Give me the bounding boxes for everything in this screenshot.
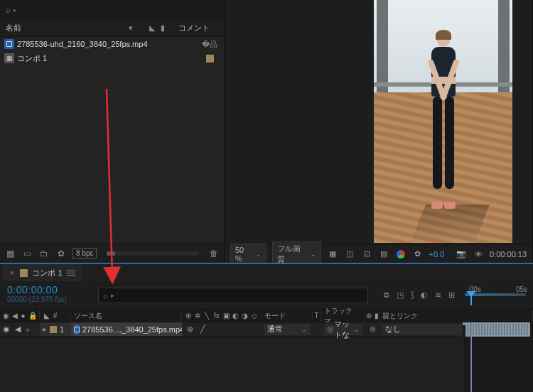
track-matte-select[interactable]: ◎ マットな ⌄: [324, 324, 362, 335]
blend-mode-select[interactable]: 通常 ⌄: [264, 324, 310, 335]
column-comment[interactable]: コメント: [178, 23, 224, 33]
channel-icon[interactable]: [395, 249, 407, 260]
panel-menu-icon[interactable]: [67, 271, 75, 276]
project-footer: ▦ ▭ 🗀 ✿ 8 bpc 🗑: [0, 243, 224, 263]
preview-frame[interactable]: [374, 0, 512, 243]
timeline-header: 0:00:00:00 00000 (23.976 fps) ⌕ ▸ ⧉ ◳ ⟆ …: [0, 281, 533, 310]
zoom-select[interactable]: 50 % ⌄: [230, 244, 266, 265]
playhead-line[interactable]: [471, 322, 472, 392]
layer-quality-icon[interactable]: ╱: [199, 325, 208, 334]
shy-icon[interactable]: ⟆: [411, 290, 414, 300]
label-icon[interactable]: ▮: [161, 23, 165, 33]
project-search[interactable]: ⌕ ▸: [0, 0, 224, 20]
switch-adjust-icon: ◑: [242, 312, 248, 320]
bpc-toggle[interactable]: 8 bpc: [72, 248, 97, 258]
label-column-icon[interactable]: ◣: [43, 312, 50, 320]
lock-column-icon[interactable]: 🔒: [28, 312, 36, 320]
composition-icon: ▦: [4, 53, 14, 63]
column-name[interactable]: 名前: [0, 23, 129, 33]
pickwhip-icon[interactable]: ⊚: [370, 325, 376, 334]
layer-shy-icon[interactable]: ⊕: [186, 325, 195, 334]
timeline-tab-label: コンポ 1: [32, 268, 62, 278]
timeline-ruler[interactable]: :00s 05s: [462, 281, 533, 309]
switch-shy-icon: ⊕: [185, 312, 191, 320]
project-columns-header: 名前 ▾ ◣ ▮ コメント: [0, 20, 224, 37]
solo-column-icon[interactable]: ●: [21, 312, 26, 320]
transparency-grid-icon[interactable]: ▦: [327, 249, 338, 260]
exposure-value[interactable]: +0.0: [429, 250, 445, 258]
snapshot-icon[interactable]: 📷: [456, 249, 467, 260]
switch-motionblur-icon: ◐: [232, 312, 239, 320]
chevron-down-icon: ⌄: [256, 251, 262, 258]
layer-clip[interactable]: [465, 322, 530, 337]
project-panel: ⌕ ▸ 名前 ▾ ◣ ▮ コメント 2785536-uhd_2160_3840_…: [0, 0, 225, 263]
column-mode[interactable]: モード: [262, 310, 313, 322]
trash-icon[interactable]: 🗑: [208, 248, 220, 259]
label-swatch-icon[interactable]: [50, 326, 57, 333]
switch-frameblend-icon: ▣: [223, 312, 230, 320]
chevron-right-icon: ▸: [111, 292, 114, 299]
frame-blend-icon[interactable]: ◐: [421, 290, 428, 300]
column-t[interactable]: T: [313, 310, 321, 322]
new-folder-icon[interactable]: 🗀: [38, 248, 50, 259]
switch-collapse-icon: ✲: [194, 312, 200, 320]
project-footer-slider[interactable]: [107, 251, 198, 256]
lock-icon[interactable]: ·: [35, 325, 37, 334]
timeline-tab[interactable]: × コンポ 1: [3, 264, 82, 281]
composition-viewer: 50 % ⌄ フル画質 ⌄ ▦ ◫ ⊡ ▤ ✿ +0.0 📷 👁 0:00:00…: [225, 0, 533, 263]
timeline-tracks[interactable]: [462, 322, 533, 392]
blend-mode-value: 通常: [267, 324, 283, 334]
reset-exposure-icon[interactable]: ✿: [412, 249, 424, 260]
cti-line: [470, 322, 471, 392]
new-comp-icon[interactable]: ▭: [21, 248, 33, 259]
current-time-display[interactable]: 0:00:00:00 00000 (23.976 fps): [0, 281, 92, 309]
viewer-timecode[interactable]: 0:00:00:13: [490, 250, 527, 258]
grid-guides-icon[interactable]: ▤: [378, 249, 389, 260]
parent-value: なし: [385, 324, 401, 334]
current-time: 0:00:00:00: [7, 284, 85, 295]
search-caret-icon: ▸: [14, 6, 17, 13]
project-item-comp[interactable]: ▦ コンポ 1: [0, 51, 224, 65]
track-matte-value: マットな: [334, 319, 354, 340]
timeline-search[interactable]: ⌕ ▸: [98, 288, 368, 303]
interpret-footage-icon[interactable]: ▦: [4, 248, 16, 259]
flowchart-icon[interactable]: �品: [195, 39, 224, 50]
project-item-label: コンポ 1: [17, 53, 195, 64]
solo-icon[interactable]: ●: [26, 325, 31, 334]
audio-column-icon[interactable]: ◀: [12, 312, 18, 320]
region-of-interest-icon[interactable]: ⊡: [361, 249, 372, 260]
timeline-tab-bar: × コンポ 1: [0, 264, 533, 281]
motion-blur-icon[interactable]: ≋: [435, 290, 441, 300]
project-item-list: 2785536-uhd_2160_3840_25fps.mp4 �品 ▦ コンポ…: [0, 37, 224, 243]
audio-visible-icon[interactable]: ◀: [15, 325, 21, 334]
close-icon[interactable]: ×: [10, 268, 14, 277]
column-source[interactable]: ソース名: [71, 310, 182, 322]
switch-3d-icon: ◇: [252, 312, 258, 320]
video-visible-icon[interactable]: ◉: [3, 325, 10, 334]
video-file-icon: [4, 39, 14, 49]
zoom-value: 50 %: [235, 246, 253, 263]
chevron-down-icon: ▾: [129, 23, 133, 33]
mask-visibility-icon[interactable]: ◫: [344, 249, 355, 260]
timeline-panel: × コンポ 1 0:00:00:00 00000 (23.976 fps) ⌕ …: [0, 263, 533, 392]
chevron-right-icon[interactable]: ▸: [43, 325, 47, 334]
viewer-footer: 50 % ⌄ フル画質 ⌄ ▦ ◫ ⊡ ▤ ✿ +0.0 📷 👁 0:00:00…: [225, 244, 532, 263]
graph-editor-icon[interactable]: ⊞: [448, 290, 455, 300]
draft3d-icon[interactable]: ◳: [397, 290, 404, 300]
show-snapshot-icon[interactable]: 👁: [473, 249, 484, 260]
chevron-down-icon: ⌄: [354, 326, 360, 333]
search-icon: ⌕: [103, 291, 108, 300]
settings-icon[interactable]: ✿: [55, 248, 67, 259]
timeline-layer-row[interactable]: ◉ ◀ ● · ▸ 1 2785536...._3840_25fps.mp4 ⊕…: [0, 322, 533, 337]
chevron-down-icon: ⌄: [311, 251, 316, 258]
column-parent[interactable]: 親とリンク: [379, 310, 533, 322]
label-swatch-icon: [20, 269, 28, 277]
resolution-value: フル画質: [277, 244, 308, 265]
switch-quality-icon: ╲: [204, 312, 210, 320]
video-eye-column-icon[interactable]: ◉: [3, 312, 9, 320]
switch-fx-icon: fx: [213, 312, 220, 320]
tag-icon[interactable]: ◣: [149, 23, 155, 33]
composition-flowchart-icon[interactable]: ⧉: [384, 290, 389, 300]
project-item-video[interactable]: 2785536-uhd_2160_3840_25fps.mp4 �品: [0, 37, 224, 51]
search-icon: ⌕: [6, 5, 11, 15]
